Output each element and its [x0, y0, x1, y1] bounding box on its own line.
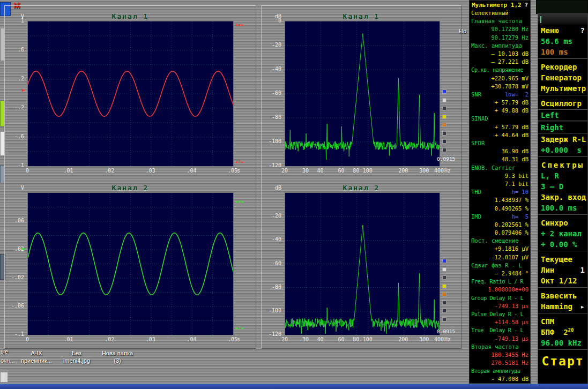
divider [538, 214, 587, 216]
desktop-icon-label[interactable]: Безimeni4.jpg [55, 349, 98, 364]
legend-swatch[interactable] [442, 309, 446, 313]
y-axis-unit: dB [262, 185, 281, 191]
control-item-fft[interactable]: БПФ 220 [538, 327, 587, 338]
control-item-weighting[interactable]: Взвесить [538, 290, 587, 301]
metric-label: IMD [471, 213, 481, 220]
metric-value: 180.3455 Hz [491, 351, 529, 358]
control-item-label: Задерж R-L [541, 135, 586, 144]
help-icon[interactable]: ? [524, 2, 528, 9]
desktop-icon-fragment [0, 372, 8, 383]
multimeter-row: THDh= 10 [470, 188, 530, 196]
legend-swatch[interactable] [442, 267, 446, 272]
legend-swatch[interactable] [442, 139, 446, 144]
legend-swatch[interactable] [442, 259, 446, 263]
metric-value: 0.079406 % [495, 229, 529, 236]
legend-swatch[interactable] [442, 98, 446, 102]
control-item-label: БПФ 2 [541, 328, 568, 336]
control-item-extra[interactable]: ▸ [580, 301, 585, 312]
oscilloscope-plot-area[interactable] [27, 192, 234, 335]
spectrum-plot-area[interactable] [285, 192, 440, 335]
control-item-left[interactable]: Left [538, 109, 587, 121]
metric-value: 0.490265 % [495, 205, 529, 212]
control-item-hamming[interactable]: Hamming▸ [538, 301, 587, 312]
control-item-oscilloscope[interactable]: Осциллогр [538, 98, 587, 109]
spectrum-plot-area[interactable] [285, 21, 440, 167]
taskbar[interactable] [0, 384, 588, 389]
multimeter-row: + 57.79 dB [470, 99, 530, 107]
legend-swatch[interactable] [442, 115, 446, 119]
multimeter-row: 0.202561 % [470, 221, 530, 229]
y-tick-label: -20 [262, 42, 281, 48]
legend-swatch[interactable] [442, 106, 446, 110]
control-item-right[interactable]: Right [538, 122, 587, 133]
legend-swatch[interactable] [442, 317, 446, 321]
control-item-plus-2-channel[interactable]: + 2 канал [538, 228, 587, 239]
y-tick-label: -40 [262, 236, 281, 243]
trigger-marker-icon[interactable]: ▶ [22, 87, 25, 93]
x-tick-label: 60 [334, 336, 348, 343]
control-item-label: 3 – D [541, 182, 563, 191]
multimeter-row: ENOB. Carrier [470, 164, 530, 172]
metric-value: - 47.008 dB [491, 376, 529, 382]
control-item-window-length[interactable]: 100.0 ms [538, 203, 587, 213]
multimeter-panel: Мультиметр 1,2 ? СелективныйГлавная част… [469, 0, 531, 384]
legend-swatch[interactable] [442, 89, 446, 94]
control-item-octave[interactable]: Окт 1/12 [538, 275, 587, 286]
control-item-channels-lr[interactable]: L, R [538, 170, 587, 181]
control-item-recorder[interactable]: Рекордер [538, 62, 587, 72]
legend-swatch[interactable] [442, 148, 446, 152]
control-item-menu[interactable]: Меню? [538, 25, 587, 36]
control-item-extra[interactable]: ? [580, 25, 585, 36]
control-item-sample-rate[interactable]: 96.00 kHz [538, 338, 587, 348]
control-item-generator[interactable]: Генератор [538, 72, 587, 83]
control-item-buffer-length[interactable]: 100 ms [538, 47, 587, 57]
scroll-control-icon[interactable]: ◄=► [235, 199, 245, 204]
legend-swatch[interactable] [442, 275, 446, 280]
metric-value: h= 10 [511, 189, 529, 195]
control-item-sync-percent[interactable]: + 0.00 % [538, 239, 587, 250]
metric-label: Group Delay R - L [471, 295, 523, 301]
control-item-closed-input[interactable]: Закр. вход [538, 192, 587, 203]
control-item-sync[interactable]: Синхро [538, 218, 587, 228]
scroll-control-icon[interactable]: ◄♪► [235, 159, 245, 164]
metric-label: Пост. смещение [471, 237, 519, 244]
control-item-label: Рекордер [541, 63, 577, 71]
control-item-delay-rl[interactable]: Задерж R-L [538, 134, 587, 145]
metric-label: Главная частота [471, 18, 522, 24]
multimeter-row: 1.438937 % [470, 196, 530, 204]
control-item-label: Окт 1/12 [541, 276, 577, 285]
legend-swatch[interactable] [442, 123, 446, 127]
legend-swatch[interactable] [442, 131, 446, 136]
control-item-extra[interactable]: 1 [580, 265, 585, 275]
multimeter-row: Макс. амплитуда [470, 42, 530, 50]
metric-value: -12.0107 µV [491, 254, 529, 260]
control-item-multimeter[interactable]: Мультиметр [538, 83, 587, 94]
legend-swatch[interactable] [442, 301, 446, 305]
multimeter-row: Главная частота [470, 17, 530, 25]
scroll-control-icon[interactable]: ◄=► [235, 22, 245, 27]
multimeter-row: Pulse Delay R - L [470, 310, 530, 318]
control-item-spm[interactable]: СПМ [538, 316, 587, 327]
scroll-control-icon[interactable]: ◄♪► [235, 325, 245, 331]
control-item-lin[interactable]: Лин1 [538, 265, 587, 275]
desktop-icon-label-line: АЧХ [15, 349, 58, 357]
control-item-view-3d[interactable]: 3 – D [538, 181, 587, 192]
metric-value: -749.13 µs [495, 303, 529, 309]
legend-swatch[interactable] [442, 292, 446, 296]
control-item-label: Лин [541, 266, 554, 274]
control-item-start[interactable]: Старт [538, 353, 587, 370]
metric-value: 270.5181 Hz [491, 360, 529, 366]
y-tick-label: .6 [5, 47, 24, 53]
desktop-icon-label[interactable]: Нова папка(3) [94, 349, 140, 364]
control-item-spectra[interactable]: Спектры [538, 160, 587, 170]
desktop-icon-label[interactable]: АЧХприемник... [15, 349, 58, 364]
metric-label: Вторая частота [471, 343, 519, 350]
multimeter-row: IMDh= 5 [470, 213, 530, 221]
x-tick-label: 40 [314, 336, 328, 343]
trigger-marker-icon[interactable]: ▶ [22, 245, 25, 252]
oscilloscope-plot-area[interactable] [27, 21, 234, 167]
control-item-current[interactable]: Текущее [538, 254, 587, 265]
control-item-time-window[interactable]: 56.6 ms [538, 36, 587, 47]
legend-swatch[interactable] [442, 284, 446, 288]
control-item-delay-value[interactable]: +0.000 s [538, 145, 587, 155]
